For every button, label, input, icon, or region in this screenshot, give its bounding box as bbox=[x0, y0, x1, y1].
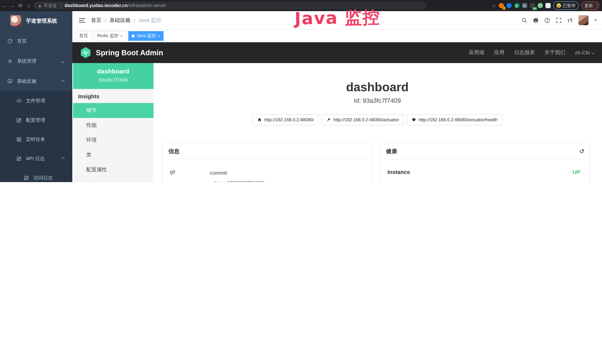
profile-emoji-icon bbox=[556, 3, 561, 8]
home-icon[interactable]: ⌂ bbox=[24, 3, 33, 9]
log-edit-icon bbox=[24, 175, 29, 181]
tab-java-monitor[interactable]: Java 监控× bbox=[128, 31, 163, 41]
service-url-button[interactable]: http://192.168.0.2:48080/ bbox=[252, 114, 319, 125]
tab-redis-monitor[interactable]: Redis 监控× bbox=[94, 31, 126, 41]
extension-y-icon[interactable]: y bbox=[514, 3, 519, 8]
tab-home[interactable]: 首页 bbox=[76, 31, 91, 41]
sba-instance-header[interactable]: dashboard 93a3fc7f7409 bbox=[73, 63, 153, 89]
chevron-up-icon bbox=[61, 157, 64, 161]
sba-language-select[interactable]: zh-CN bbox=[575, 50, 594, 56]
app-title: 芋道管理系统 bbox=[26, 18, 57, 24]
user-menu-caret-icon[interactable] bbox=[594, 19, 597, 21]
collapse-sidebar-icon[interactable] bbox=[79, 17, 85, 23]
chevron-up-icon bbox=[61, 79, 64, 83]
admin-sidebar: 芋道管理系统 首页 系统管理 基础设施 文件管理 bbox=[0, 11, 72, 182]
close-icon[interactable]: × bbox=[120, 33, 123, 38]
user-avatar[interactable] bbox=[579, 15, 589, 25]
spring-boot-admin-logo bbox=[79, 46, 92, 59]
forward-icon[interactable]: → bbox=[8, 3, 16, 9]
profile-paused-button[interactable]: 已暂停 bbox=[553, 1, 579, 10]
sba-item-scheduled-tasks[interactable]: 计划任务 bbox=[73, 177, 153, 182]
sba-item-metrics[interactable]: 性能 bbox=[73, 118, 153, 133]
sba-nav-wallboard[interactable]: 应用墙 bbox=[469, 49, 484, 56]
breadcrumb-current: Java 监控 bbox=[139, 17, 161, 23]
sba-nav-about[interactable]: 关于我们 bbox=[545, 49, 565, 56]
reload-icon[interactable]: ⟳ bbox=[16, 3, 24, 9]
sba-item-classes[interactable]: 类 bbox=[73, 148, 153, 162]
instance-title: dashboard bbox=[153, 80, 602, 94]
monitor-check-icon bbox=[7, 79, 13, 84]
address-bar[interactable]: ▲ 不安全 | dashboard.yudao.iocoder.cn /infr… bbox=[33, 1, 426, 10]
breadcrumb-home[interactable]: 首页 bbox=[91, 17, 101, 23]
url-path: /infra/admin-server bbox=[128, 3, 166, 8]
chevron-down-icon bbox=[61, 59, 64, 63]
wrench-icon bbox=[326, 118, 331, 122]
chevron-down-icon bbox=[591, 51, 595, 54]
security-label: 不安全 bbox=[44, 2, 57, 9]
sidebar-item-infrastructure[interactable]: 基础设施 bbox=[0, 71, 72, 91]
bookmark-star-icon[interactable]: ☆ bbox=[492, 3, 496, 8]
logo-image bbox=[10, 15, 22, 27]
back-icon[interactable]: ← bbox=[0, 3, 8, 9]
sidebar-item-system-manage[interactable]: 系统管理 bbox=[0, 51, 72, 71]
extension-onoff-icon[interactable]: on bbox=[530, 3, 535, 8]
extension-grid-icon[interactable]: ▦ bbox=[522, 3, 527, 8]
url-divider: | bbox=[60, 2, 62, 9]
sba-item-details[interactable]: 细节 bbox=[73, 103, 153, 118]
extensions-puzzle-icon[interactable] bbox=[545, 3, 550, 8]
health-card: 健康 ↺ Instance UP bbox=[380, 143, 590, 182]
instance-urls: http://192.168.0.2:48080/ http://192.168… bbox=[153, 114, 602, 125]
sba-item-environment[interactable]: 环境 bbox=[73, 133, 153, 148]
sidebar-item-file-manage[interactable]: 文件管理 bbox=[0, 91, 72, 110]
tags-view: 首页 Redis 监控× Java 监控× bbox=[72, 30, 602, 42]
infrastructure-submenu: 文件管理 配置管理 定时任务 API 日志 访问日志 bbox=[0, 91, 72, 182]
info-card: 信息 git commit: time: 1596289704000 id: 2… bbox=[162, 143, 372, 182]
heart-icon bbox=[412, 118, 416, 122]
sidebar-item-api-log[interactable]: API 日志 bbox=[0, 149, 72, 168]
extension-leaf-icon[interactable] bbox=[538, 3, 543, 8]
sba-main: dashboard Id: 93a3fc7f7409 http://192.16… bbox=[153, 63, 602, 182]
sba-item-config-props[interactable]: 配置属性 bbox=[73, 162, 153, 177]
gear-icon bbox=[7, 59, 13, 64]
sidebar-item-config-manage[interactable]: 配置管理 bbox=[0, 110, 72, 130]
breadcrumb: 首页 / 基础设施 / Java 监控 bbox=[91, 17, 161, 23]
sba-nav-journal[interactable]: 日志报表 bbox=[514, 49, 535, 56]
font-size-icon[interactable]: тT bbox=[567, 17, 573, 23]
browser-chrome: ← → ⟳ ⌂ ▲ 不安全 | dashboard.yudao.iocoder.… bbox=[0, 0, 602, 11]
sidebar-item-home[interactable]: 首页 bbox=[0, 31, 72, 51]
sba-brand-title[interactable]: Spring Boot Admin bbox=[96, 48, 163, 57]
history-icon[interactable]: ↺ bbox=[579, 148, 585, 155]
sba-header: Spring Boot Admin 应用墙 应用 日志报表 关于我们 zh-CN bbox=[72, 42, 602, 63]
sidebar-item-access-log[interactable]: 访问日志 bbox=[0, 168, 72, 182]
breadcrumb-infra[interactable]: 基础设施 bbox=[109, 17, 130, 23]
insights-group: Insights 细节 性能 环境 类 配置属性 计划任务 bbox=[73, 89, 153, 182]
status-badge: UP bbox=[572, 169, 580, 175]
info-card-title: 信息 bbox=[168, 148, 180, 155]
app-logo[interactable]: 芋道管理系统 bbox=[0, 11, 72, 31]
close-icon[interactable]: × bbox=[158, 33, 160, 38]
dashboard-icon bbox=[7, 39, 13, 44]
cloud-upload-icon bbox=[16, 98, 22, 104]
chrome-update-button[interactable]: 更新 ⋮ bbox=[581, 1, 599, 10]
health-card-title: 健康 bbox=[386, 148, 397, 155]
app-header: 首页 / 基础设施 / Java 监控 тT bbox=[72, 11, 602, 30]
health-url-button[interactable]: http://192.168.0.2:48080/actuator/health bbox=[407, 114, 502, 125]
warning-icon: ▲ bbox=[38, 3, 42, 8]
log-edit-icon bbox=[16, 156, 22, 161]
extension-icon[interactable]: 1 bbox=[499, 3, 504, 8]
edit-square-icon bbox=[16, 118, 22, 123]
sba-nav-applications[interactable]: 应用 bbox=[494, 49, 505, 56]
github-icon[interactable] bbox=[533, 17, 538, 23]
health-row-key: Instance bbox=[387, 169, 410, 175]
search-icon[interactable] bbox=[521, 17, 527, 23]
sidebar-item-scheduled-job[interactable]: 定时任务 bbox=[0, 130, 72, 149]
sba-sidebar: dashboard 93a3fc7f7409 Insights 细节 性能 环境… bbox=[73, 63, 153, 182]
actuator-url-button[interactable]: http://192.168.0.2:48080/actuator bbox=[322, 114, 404, 125]
url-host: dashboard.yudao.iocoder.cn bbox=[64, 3, 128, 8]
screen: ← → ⟳ ⌂ ▲ 不安全 | dashboard.yudao.iocoder.… bbox=[0, 0, 602, 182]
extension-pin-icon[interactable] bbox=[506, 3, 512, 8]
home-icon bbox=[257, 118, 262, 122]
fullscreen-icon[interactable] bbox=[556, 17, 562, 23]
help-icon[interactable] bbox=[544, 17, 550, 23]
chrome-menu-icon[interactable]: ⋮ bbox=[595, 5, 596, 7]
